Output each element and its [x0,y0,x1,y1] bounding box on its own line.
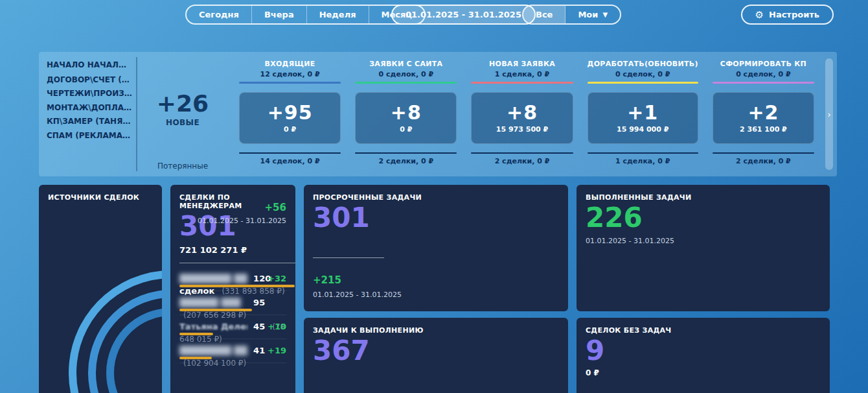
column-value: +1 [627,102,658,123]
column-value-box[interactable]: +95 0 ₽ [239,92,341,144]
manager-delta: +19 [268,346,286,355]
managers-delta: +56 [265,202,286,213]
manager-row[interactable]: ██████ ███ 95 (207 656 298 ₽) [179,291,286,315]
managers-total-count: 301 [179,211,286,241]
funnel-stage-list: НАЧАЛО НАЧАЛ… ДОГОВОР\СЧЕТ (… ЧЕРТЕЖИ\ПР… [39,52,136,176]
column-value: +8 [507,102,538,123]
stage-item[interactable]: НАЧАЛО НАЧАЛ… [47,58,133,73]
overdue-delta: +215 [313,274,341,286]
manager-name: Татьяна Делено [179,322,247,331]
manager-progress-bar [179,309,252,311]
column-bottom-stat: 2 сделки, 0 ₽ [736,157,791,165]
manager-deal-amount: (102 904 100 ₽) [183,359,246,368]
stage-item[interactable]: СПАМ (РЕКЛАМА… [47,129,133,143]
manager-delta: +10 [268,322,286,331]
column-value-box[interactable]: +8 0 ₽ [355,92,457,144]
card-title: ПРОСРОЧЕННЫЕ ЗАДАЧИ [313,193,559,202]
column-top-stat: 0 сделок, 0 ₽ [379,70,434,78]
column-top-stat: 0 сделок, 0 ₽ [736,70,791,78]
scope-button-my[interactable]: Мои ▼ [565,6,620,23]
column-bottom-line [713,152,814,154]
funnel-scroll-next[interactable]: › [825,58,833,170]
gear-icon: ⚙ [755,9,764,21]
period-filter-group: Сегодня Вчера Неделя Месяц [185,5,426,25]
date-range-label: 01.01.2025 - 31.01.2025 [405,10,521,19]
column-title: ЗАЯВКИ С САИТА [369,60,442,68]
column-amount: 0 ₽ [400,125,412,134]
column-bottom-stat: 2 сделки, 0 ₽ [495,157,550,165]
tasks-todo-card[interactable]: ЗАДАЧИ К ВЫПОЛНЕНИЮ 367 [304,318,568,393]
stage-item[interactable]: ЧЕРТЕЖИ\ПРОИЗ… [47,87,133,101]
card-title: СДЕЛОК БЕЗ ЗАДАЧ [586,326,821,335]
deals-by-managers-card[interactable]: СДЕЛКИ ПО МЕНЕДЖЕРАМ 301 +56 01.01.2025 … [170,185,295,393]
overdue-tasks-card[interactable]: ПРОСРОЧЕННЫЕ ЗАДАЧИ 301 +215 01.01.2025 … [304,185,568,311]
manager-row[interactable]: ████████ ███ 120 сделок (331 893 858 ₽) … [179,267,286,291]
card-separator [179,263,295,263]
stage-item[interactable]: МОНТАЖ\ДОПЛА… [47,101,133,115]
manager-progress-bar [179,333,213,335]
manager-deal-count: 95 [253,298,265,307]
manager-name: ████████ ███ [179,346,247,355]
column-bottom-line [588,152,698,154]
period-button-today[interactable]: Сегодня [187,6,252,23]
column-bottom-stat: 1 сделка, 0 ₽ [615,157,670,165]
funnel-column-site-leads: ЗАЯВКИ С САИТА 0 сделок, 0 ₽ +8 0 ₽ 2 сд… [348,58,464,171]
card-separator [313,257,384,258]
period-button-week[interactable]: Неделя [307,6,369,23]
scope-button-all[interactable]: Все [523,6,565,23]
funnel-columns: ВХОДЯЩИЕ 12 сделок, 0 ₽ +95 0 ₽ 14 сдело… [228,52,824,176]
column-accent-bar [239,82,341,84]
manager-row[interactable]: Татьяна Делено 45 (78 648 015 ₽) +10 [179,315,286,339]
stage-label: НАЧАЛО НАЧАЛ… [47,60,126,69]
column-value: +95 [268,102,313,123]
column-bottom-stat: 2 сделки, 0 ₽ [378,157,433,165]
funnel-column-rework: ДОРАБОТАТЬ(ОБНОВИТЬ) 0 сделок, 0 ₽ +1 15… [580,58,705,171]
new-deals-summary: +26 НОВЫЕ Потерянные [137,52,228,176]
no-tasks-count: 9 [586,336,821,366]
stage-item[interactable]: ДОГОВОР\СЧЕТ (… [47,73,133,88]
column-title: НОВАЯ ЗАЯВКА [489,60,555,68]
date-range-button[interactable]: 01.01.2025 - 31.01.2025 [391,5,536,25]
new-deals-label: НОВЫЕ [137,118,228,127]
column-bottom-line [355,152,457,154]
card-period: 01.01.2025 - 31.01.2025 [198,217,286,225]
column-amount: 15 973 500 ₽ [496,125,548,134]
lost-deals-label[interactable]: Потерянные [137,161,228,171]
column-top-stat: 0 сделок, 0 ₽ [615,70,670,78]
completed-tasks-card[interactable]: ВЫПОЛНЕННЫЕ ЗАДАЧИ 226 01.01.2025 - 31.0… [577,185,830,311]
column-accent-bar [355,82,457,84]
funnel-column-incoming: ВХОДЯЩИЕ 12 сделок, 0 ₽ +95 0 ₽ 14 сдело… [232,58,348,171]
column-title: СФОРМИРОВАТЬ КП [720,60,806,68]
column-value-box[interactable]: +2 2 361 100 ₽ [713,92,814,144]
todo-count: 367 [313,336,559,366]
column-accent-bar [471,82,573,84]
settings-button[interactable]: ⚙ Настроить [741,5,834,25]
manager-deal-count: 41 [253,346,265,355]
column-amount: 0 ₽ [284,125,296,134]
settings-label: Настроить [769,10,819,19]
card-title: ЗАДАЧИ К ВЫПОЛНЕНИЮ [313,326,559,335]
card-period: 01.01.2025 - 31.01.2025 [313,291,402,299]
sales-funnel-panel: НАЧАЛО НАЧАЛ… ДОГОВОР\СЧЕТ (… ЧЕРТЕЖИ\ПР… [39,52,837,176]
chevron-down-icon: ▼ [602,11,608,18]
scope-my-label: Мои [578,10,598,19]
manager-deal-count: 45 [253,322,265,331]
manager-name: ████████ ███ [179,274,247,283]
stage-item[interactable]: КП\ЗАМЕР (ТАНЯ… [47,115,133,129]
column-value-box[interactable]: +8 15 973 500 ₽ [471,92,573,144]
scope-filter-group: Все Мои ▼ [522,5,621,25]
manager-delta: +32 [268,274,286,283]
manager-row[interactable]: ████████ ███ 41 (102 904 100 ₽) +19 [179,339,286,363]
card-title: ВЫПОЛНЕННЫЕ ЗАДАЧИ [586,193,821,202]
column-value-box[interactable]: +1 15 994 000 ₽ [588,92,698,144]
managers-total-amount: 721 102 271 ₽ [179,245,286,255]
deals-without-tasks-card[interactable]: СДЕЛОК БЕЗ ЗАДАЧ 9 0 ₽ [577,318,830,393]
column-value: +8 [391,102,422,123]
funnel-column-new-lead: НОВАЯ ЗАЯВКА 1 сделка, 0 ₽ +8 15 973 500… [464,58,580,171]
column-title: ДОРАБОТАТЬ(ОБНОВИТЬ) [588,60,698,68]
deal-sources-card[interactable]: ИСТОЧНИКИ СДЕЛОК MANGO OFFICE AR████████… [39,185,162,393]
period-button-yesterday[interactable]: Вчера [252,6,307,23]
column-top-stat: 12 сделок, 0 ₽ [260,70,319,78]
funnel-column-form-kp: СФОРМИРОВАТЬ КП 0 сделок, 0 ₽ +2 2 361 1… [705,58,821,171]
column-amount: 2 361 100 ₽ [740,125,787,134]
